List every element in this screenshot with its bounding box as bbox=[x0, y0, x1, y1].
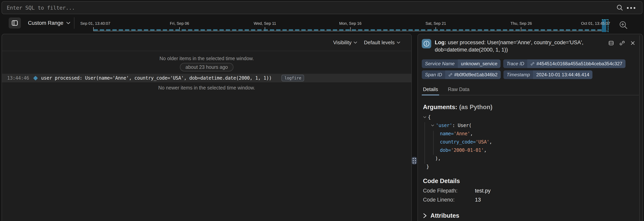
tab-raw-data[interactable]: Raw Data bbox=[446, 86, 470, 95]
zoom-in-icon[interactable] bbox=[618, 20, 628, 30]
chevron-down-icon bbox=[354, 41, 357, 44]
open-in-panel-icon[interactable] bbox=[608, 40, 614, 46]
code-details-heading: Code Details bbox=[423, 178, 642, 185]
detail-title-prefix: Log: bbox=[435, 39, 446, 45]
default-levels-dropdown[interactable]: Default levels bbox=[364, 39, 400, 46]
more-options-icon[interactable] bbox=[627, 7, 635, 9]
code-detail-label: Code Lineno: bbox=[423, 197, 475, 203]
timeline-activity-line bbox=[94, 29, 602, 31]
link-icon bbox=[530, 62, 534, 66]
code-line: name='Anne', bbox=[423, 130, 642, 138]
code-line: { bbox=[423, 113, 642, 121]
badge-value: unknown_service bbox=[458, 59, 500, 68]
badge-span-id[interactable]: Span ID#b0f0d9ed1ab346b2 bbox=[422, 70, 501, 79]
code-detail-row: Code Lineno:13 bbox=[423, 195, 642, 204]
logfire-app: Custom Range Sep 01, 13:40:07 Fri, Sep 0… bbox=[0, 0, 644, 221]
tab-details[interactable]: Details bbox=[422, 86, 439, 95]
code-line: dob='2000-01-01', bbox=[423, 146, 642, 154]
badge-label: Span ID bbox=[422, 70, 445, 79]
collapse-chevron-icon[interactable] bbox=[423, 116, 426, 119]
badge-value: #454514c0168a455a51bb4ceba354c327 bbox=[527, 59, 625, 68]
timeline-baseline bbox=[94, 31, 608, 31]
badge-value: #b0f0d9ed1ab346b2 bbox=[445, 70, 501, 79]
log-timestamp: 13:44:46 bbox=[7, 75, 29, 81]
detail-title: Log:user processed: User(name='Anne', co… bbox=[435, 39, 608, 53]
list-toolbar: Visibility Default levels bbox=[2, 34, 411, 51]
sql-filter-bar bbox=[2, 1, 642, 14]
search-icon[interactable] bbox=[616, 4, 623, 11]
arguments-heading-text: Arguments: bbox=[423, 104, 457, 110]
indent-guide bbox=[424, 122, 425, 164]
visibility-dropdown[interactable]: Visibility bbox=[333, 39, 357, 46]
code-line: 'user': User( bbox=[423, 121, 642, 130]
link-icon bbox=[448, 73, 452, 77]
badge-service-name: Service Nameunknown_service bbox=[422, 59, 500, 68]
arguments-language-hint: (as Python) bbox=[459, 104, 492, 110]
chevron-down-icon bbox=[396, 41, 400, 44]
visibility-label: Visibility bbox=[333, 39, 351, 46]
badge-trace-id[interactable]: Trace ID#454514c0168a455a51bb4ceba354c32… bbox=[503, 59, 626, 68]
log-list-panel: Visibility Default levels No older items… bbox=[2, 34, 412, 221]
badge-label: Trace ID bbox=[503, 59, 527, 68]
sql-filter-input[interactable] bbox=[2, 1, 642, 14]
timeline-start-label: Sep 01, 13:40:07 bbox=[80, 21, 110, 26]
badge-label: Timestamp bbox=[504, 70, 533, 79]
close-icon[interactable] bbox=[630, 40, 635, 46]
panel-resize-handle[interactable] bbox=[412, 157, 417, 164]
code-detail-row: Code Filepath:test.py bbox=[423, 186, 642, 195]
code-detail-value: 13 bbox=[475, 197, 481, 203]
log-message: user processed: User(name='Anne', countr… bbox=[41, 75, 272, 81]
detail-title-text: user processed: User(name='Anne', countr… bbox=[435, 39, 584, 53]
collapse-chevron-icon[interactable] bbox=[431, 124, 434, 127]
code-line: ), bbox=[423, 154, 642, 163]
chevron-right-icon bbox=[423, 213, 427, 219]
code-details-rows: Code Filepath:test.pyCode Lineno:13 bbox=[423, 186, 642, 204]
scrollbar-track[interactable] bbox=[639, 35, 640, 221]
code-detail-value: test.py bbox=[475, 188, 491, 194]
no-newer-note: No newer items in the selected time wind… bbox=[2, 85, 411, 91]
timeline-end-label: Oct 01, 13:45:07 bbox=[581, 21, 610, 26]
log-level-diamond-icon bbox=[33, 76, 38, 80]
arguments-code-tree: {'user': User(name='Anne',country_code='… bbox=[423, 113, 642, 171]
copy-link-icon[interactable] bbox=[619, 40, 625, 46]
code-line: country_code='USA', bbox=[423, 138, 642, 146]
indent-guide bbox=[433, 131, 434, 155]
no-older-note: No older items in the selected time wind… bbox=[2, 55, 411, 61]
metadata-badges: Service Nameunknown_serviceTrace ID#4545… bbox=[422, 59, 631, 79]
badge-value: 2024-10-01 13:44:46.414 bbox=[533, 70, 592, 79]
attributes-heading-text: Attributes bbox=[430, 212, 459, 219]
arguments-heading: Arguments:(as Python) bbox=[423, 104, 642, 111]
badge-timestamp: Timestamp2024-10-01 13:44:46.414 bbox=[504, 70, 592, 79]
timeline-track[interactable]: Sep 01, 13:40:07 Fri, Sep 06Wed, Sep 11M… bbox=[0, 15, 644, 33]
detail-panel: Log:user processed: User(name='Anne', co… bbox=[418, 34, 643, 221]
code-detail-label: Code Filepath: bbox=[423, 188, 475, 194]
default-levels-label: Default levels bbox=[364, 39, 395, 46]
attributes-section-header[interactable]: Attributes bbox=[423, 212, 642, 219]
timeline-bar: Custom Range Sep 01, 13:40:07 Fri, Sep 0… bbox=[0, 15, 644, 33]
log-row[interactable]: 13:44:46 user processed: User(name='Anne… bbox=[2, 74, 411, 82]
detail-tabs: DetailsRaw Data bbox=[422, 86, 639, 95]
time-ago-badge[interactable]: about 23 hours ago bbox=[180, 63, 233, 71]
badge-label: Service Name bbox=[422, 59, 458, 68]
info-icon bbox=[422, 39, 431, 48]
log-tag-badge[interactable]: logfire bbox=[282, 75, 304, 81]
code-line: } bbox=[423, 163, 642, 171]
